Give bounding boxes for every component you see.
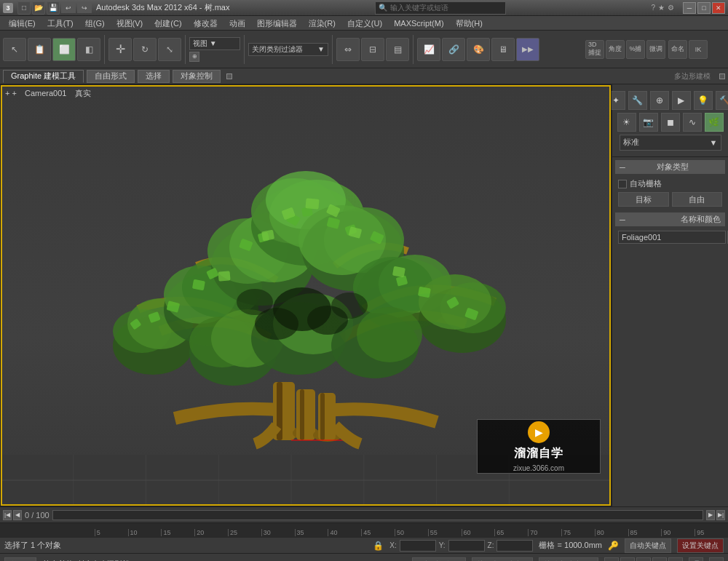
key-filter-btn[interactable]: 关键点过滤器... bbox=[539, 557, 598, 562]
menu-create[interactable]: 创建(C) bbox=[149, 16, 187, 31]
hierarchy-icon-btn[interactable]: ⊕ bbox=[650, 91, 669, 110]
filter-btn[interactable]: 关闭类别过滤器 bbox=[472, 557, 533, 562]
rp-dropdown[interactable]: 标准 ▼ bbox=[620, 135, 721, 151]
snap-3d-btn[interactable]: 3D捕捉 bbox=[585, 40, 604, 59]
angle-snap-btn[interactable]: 角度 bbox=[606, 40, 625, 59]
settings-icon[interactable]: ⚙ bbox=[668, 4, 674, 12]
auto-grid-checkbox[interactable] bbox=[618, 180, 627, 188]
menu-customize[interactable]: 自定义(U) bbox=[341, 16, 388, 31]
save-btn[interactable]: 💾 bbox=[47, 1, 60, 15]
mirror-btn[interactable]: ⇔ bbox=[336, 38, 360, 61]
go-start-play-btn[interactable]: |◀ bbox=[604, 557, 619, 562]
ik-sol-btn[interactable]: IK bbox=[689, 40, 708, 59]
redo-btn[interactable]: ↪ bbox=[77, 3, 92, 13]
material-editor-btn[interactable]: 🎨 bbox=[467, 38, 490, 61]
object-name-input[interactable] bbox=[618, 231, 726, 244]
named-sel-btn[interactable]: 命名 bbox=[668, 40, 687, 59]
next-frame-btn[interactable]: ▶ bbox=[706, 510, 715, 520]
coord-dropdown[interactable]: 视图 ▼ bbox=[189, 37, 240, 50]
object-type-header[interactable]: ─ 对象类型 bbox=[615, 160, 725, 174]
minimize-btn[interactable]: ─ bbox=[683, 2, 696, 14]
select-tool-btn[interactable]: ↖ bbox=[3, 38, 26, 61]
menu-modifiers[interactable]: 修改器 bbox=[188, 16, 223, 31]
display-icon-btn[interactable]: 💡 bbox=[694, 91, 713, 110]
svg-rect-3 bbox=[296, 389, 315, 440]
close-btn[interactable]: ✕ bbox=[712, 2, 725, 14]
ruler-10: 10 bbox=[128, 529, 162, 536]
scale-btn[interactable]: ⤡ bbox=[158, 38, 181, 61]
search-bar[interactable]: 🔍 bbox=[375, 1, 506, 15]
go-end-btn[interactable]: ▶| bbox=[716, 510, 725, 520]
menu-graph-editor[interactable]: 图形编辑器 bbox=[251, 16, 303, 31]
prev-play-btn[interactable]: ◀ bbox=[620, 557, 635, 562]
pivot-btn[interactable]: ⊕ bbox=[189, 52, 199, 62]
menu-edit[interactable]: 编辑(E) bbox=[3, 16, 41, 31]
window-crossing-btn[interactable]: ◧ bbox=[77, 38, 100, 61]
selection-tab[interactable]: 选择 bbox=[138, 70, 170, 83]
curve-editor-btn[interactable]: 📈 bbox=[417, 38, 440, 61]
undo-btn[interactable]: ↩ bbox=[61, 3, 76, 13]
layer-btn[interactable]: ▤ bbox=[386, 38, 409, 61]
menu-render[interactable]: 渲染(R) bbox=[303, 16, 341, 31]
percent-snap-btn[interactable]: %捕 bbox=[626, 40, 645, 59]
render-setup-btn[interactable]: 🖥 bbox=[491, 38, 515, 61]
auto-key-btn[interactable]: 自动关键点 bbox=[625, 538, 671, 553]
grid-label: 栅格 = 1000.0mm bbox=[539, 540, 602, 551]
spinner-snap-btn[interactable]: 微调 bbox=[646, 40, 665, 59]
menu-maxscript[interactable]: MAXScript(M) bbox=[388, 16, 449, 31]
graphite-tab[interactable]: Graphite 建模工具 bbox=[3, 70, 84, 83]
maximize-btn[interactable]: □ bbox=[697, 2, 711, 14]
timeline-scrubber[interactable] bbox=[52, 510, 703, 520]
z-value[interactable] bbox=[496, 540, 533, 552]
rotate-btn[interactable]: ↻ bbox=[133, 38, 157, 61]
cam-icon-btn[interactable]: 📷 bbox=[639, 113, 658, 132]
y-value[interactable] bbox=[448, 540, 485, 552]
key-icon[interactable]: 🔑 bbox=[608, 541, 619, 551]
render-btn[interactable]: ▶▶ bbox=[516, 38, 539, 61]
helper-icon-btn[interactable]: 🌿 bbox=[705, 113, 724, 132]
utilities-icon-btn[interactable]: 🔨 bbox=[716, 91, 729, 110]
prev-frame-btn[interactable]: ◀ bbox=[13, 510, 22, 520]
shape-icon-btn[interactable]: ∿ bbox=[683, 113, 702, 132]
ruler-container: 5 10 15 20 25 30 35 40 45 50 55 60 65 70… bbox=[0, 523, 728, 538]
select-move-btn[interactable]: ✛ bbox=[108, 38, 132, 61]
sub-mode-dot[interactable] bbox=[719, 73, 725, 79]
star-icon[interactable]: ★ bbox=[658, 4, 665, 12]
play-anim-btn[interactable]: ▶ bbox=[636, 557, 651, 562]
menu-group[interactable]: 组(G) bbox=[79, 16, 111, 31]
schematic-btn[interactable]: 🔗 bbox=[442, 38, 465, 61]
modify-icon-btn[interactable]: 🔧 bbox=[628, 91, 647, 110]
menu-help[interactable]: 帮助(H) bbox=[450, 16, 488, 31]
go-end-play-btn[interactable]: ▶| bbox=[668, 557, 683, 562]
align-btn[interactable]: ⊟ bbox=[361, 38, 384, 61]
menu-tools[interactable]: 工具(T) bbox=[41, 16, 79, 31]
target-btn[interactable]: 目标 bbox=[618, 192, 669, 207]
menu-view[interactable]: 视图(V) bbox=[111, 16, 149, 31]
freeform-tab[interactable]: 自由形式 bbox=[87, 70, 135, 83]
select-name-btn[interactable]: 📋 bbox=[28, 38, 51, 61]
free-btn[interactable]: 自由 bbox=[672, 192, 723, 207]
name-color-header[interactable]: ─ 名称和颜色 bbox=[615, 212, 725, 226]
separator-4 bbox=[332, 35, 333, 64]
select-region-btn[interactable]: ⬜ bbox=[52, 38, 76, 61]
in-progress-btn[interactable]: 所在行 bbox=[4, 557, 36, 562]
status-lock-icon[interactable]: 🔒 bbox=[373, 541, 384, 551]
menu-animation[interactable]: 动画 bbox=[223, 16, 251, 31]
object-ctrl-tab[interactable]: 对象控制 bbox=[173, 70, 221, 83]
audio-btn[interactable]: 🔊 bbox=[689, 557, 703, 562]
search-input[interactable] bbox=[390, 4, 492, 12]
light-icon-btn[interactable]: ☀ bbox=[617, 113, 636, 132]
anim-config-btn[interactable]: ⚙ bbox=[709, 557, 724, 562]
go-start-btn[interactable]: |◀ bbox=[3, 510, 12, 520]
motion-icon-btn[interactable]: ▶ bbox=[672, 91, 691, 110]
next-play-btn[interactable]: ▶ bbox=[652, 557, 667, 562]
set-key-btn[interactable]: 设置关键点 bbox=[677, 538, 724, 553]
help-icon[interactable]: ? bbox=[651, 4, 655, 12]
selection-set-dropdown[interactable]: 关闭类别过滤器▼ bbox=[248, 43, 328, 56]
tab-expand-btn[interactable] bbox=[226, 73, 232, 79]
geo-icon-btn[interactable]: ◼ bbox=[661, 113, 680, 132]
x-value[interactable] bbox=[400, 540, 436, 552]
open-btn[interactable]: 📂 bbox=[32, 1, 45, 15]
new-btn[interactable]: □ bbox=[17, 1, 31, 15]
add-tag-btn[interactable]: 添加时间标记 bbox=[412, 557, 466, 562]
